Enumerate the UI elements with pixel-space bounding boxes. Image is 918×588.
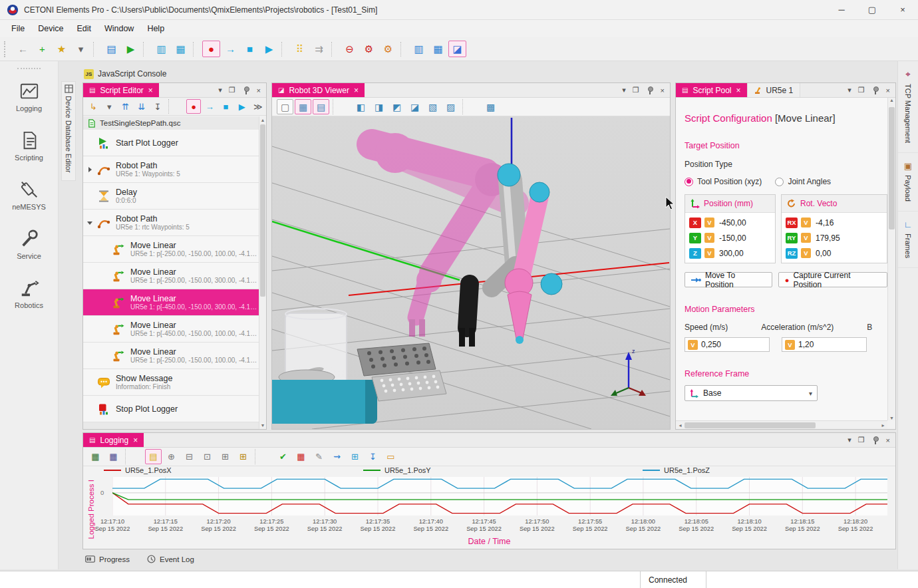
chevron-icon[interactable] [100,343,110,368]
toolbar-icon-skip-steps[interactable]: ⇉ [310,41,328,57]
scrollbar-thumb[interactable] [889,107,895,229]
close-tab-icon[interactable]: × [133,436,138,445]
toolbar-icon-add-device[interactable]: + [33,41,51,57]
sidebar-item-service[interactable]: Service [0,220,58,269]
acceleration-input[interactable]: V 1,20 [782,337,867,352]
scroll-down-icon[interactable]: ▼ [888,416,895,420]
axis-value[interactable]: 179,95 [816,233,840,243]
menu-item[interactable]: Window [98,22,140,35]
close-panel-icon[interactable]: × [886,436,890,444]
time-series-plot[interactable] [112,477,887,515]
toolbar-icon-script-stop[interactable]: ■ [218,99,233,114]
toolbar-icon-add-function-caret[interactable]: ▾ [102,99,116,114]
script-step-row[interactable]: Stop Plot Logger [83,396,259,422]
script-step-row[interactable]: Move Linear UR5e 1: p[-450.00, -150.00, … [83,289,259,316]
toolbar-icon-single-step-mode[interactable]: ⠿ [291,41,309,57]
toolbar-icon-script-stop[interactable]: ■ [241,41,259,57]
close-tab-icon[interactable]: × [148,86,153,95]
logging-toolbar-icon-fit-page[interactable]: ⊞ [217,449,233,464]
sidebar-drag-handle[interactable] [17,63,41,69]
toolbar-icon-script-continue[interactable]: → [202,99,217,114]
axis-value-row[interactable]: RX V -4,16 [786,215,883,230]
pin-panel-icon[interactable] [871,436,879,444]
script-step-row[interactable]: Move Linear UR5e 1: p[-250.00, -150.00, … [83,343,259,369]
axis-value-row[interactable]: Z V 300,00 [689,245,771,261]
toolbar-icon-new-script[interactable]: ▤ [102,41,120,57]
menu-item[interactable]: File [5,22,31,35]
chevron-icon[interactable] [100,263,110,289]
logging-toolbar-icon-export-data[interactable]: ▦ [87,449,104,464]
scroll-right-icon[interactable]: ▸ [879,422,887,428]
axis-value-row[interactable]: RY V 179,95 [786,230,883,245]
logging-toolbar-icon[interactable] [125,449,142,464]
legend-posx[interactable]: UR5e_1.PosX [104,466,172,474]
event-log-tab[interactable]: Event Log [147,555,194,563]
maximize-button[interactable]: ▢ [857,0,887,20]
script-step-row[interactable]: Move Linear UR5e 1: p[-250.00, -150.00, … [83,263,259,289]
toolbar-icon[interactable] [193,42,199,57]
legend-posy[interactable]: UR5e_1.PosY [363,466,431,474]
tcp-management-tab[interactable]: ⌖ TCP Management [898,61,918,153]
axis-value[interactable]: -150,00 [719,233,746,243]
toolbar-icon-save-script[interactable]: ↧ [150,99,165,114]
script-step-row[interactable]: Move Linear UR5e 1: p[-250.00, -150.00, … [83,236,259,263]
device-database-editor-tab[interactable]: Device Database Editor [61,81,76,181]
toolbar-icon-overflow[interactable]: ≫ [251,99,265,114]
script-step-row[interactable]: Robot Path UR5e 1: rtc Waypoints: 5 [83,210,259,236]
toolbar-icon[interactable] [281,42,287,57]
tool-position-radio[interactable] [685,178,693,186]
chevron-icon[interactable] [86,369,95,395]
toolbar-icon-tile-columns-1[interactable]: ▥ [410,41,428,57]
chevron-icon[interactable] [100,289,110,315]
close-tab-icon[interactable]: × [736,86,740,95]
pin-panel-icon[interactable] [646,86,654,94]
chevron-icon[interactable] [86,130,95,156]
logging-toolbar-icon-fit-horizontal[interactable]: ⊟ [181,449,198,464]
chevron-icon[interactable] [100,316,110,342]
logging-toolbar-icon-zoom[interactable]: ⊕ [163,449,180,464]
frames-tab[interactable]: ∟ Frames [898,212,918,268]
toolbar-icon-add-function[interactable]: ↳ [86,99,100,114]
toolbar-icon-favorites-caret[interactable]: ▾ [72,41,90,57]
logging-toolbar-icon[interactable] [255,449,271,464]
menu-item[interactable]: Edit [71,22,97,35]
viewer-toolbar-icon-view-front[interactable]: ◧ [353,99,369,114]
scroll-up-icon[interactable]: ▲ [259,116,266,124]
scrollbar-thumb[interactable] [260,124,265,297]
viewer-toolbar-icon-view-right[interactable]: ◪ [406,99,423,114]
panel-menu-icon[interactable]: ▾ [847,436,851,444]
move-to-position-button[interactable]: Move To Position [685,272,772,287]
logging-toolbar-icon-assign-curve[interactable]: ⇝ [329,449,345,464]
pin-panel-icon[interactable] [242,86,250,94]
close-panel-icon[interactable]: × [661,86,665,94]
pin-panel-icon[interactable] [871,86,879,94]
script-step-row[interactable]: Robot Path UR5e 1: Waypoints: 5 [83,156,259,183]
viewer-toolbar-icon-pan-view[interactable]: ▦ [295,99,311,114]
axis-value-row[interactable]: X V -450,00 [689,215,771,230]
viewer-toolbar-icon-show-grid[interactable]: ▤ [313,99,329,114]
toolbar-icon[interactable] [331,42,337,57]
menu-item[interactable]: Help [141,22,170,35]
script-pool-tab[interactable]: ▤ Script Pool × [676,83,747,97]
capture-current-position-button[interactable]: ● Capture Current Position [778,272,887,287]
logging-toolbar-icon-save-log[interactable]: ↧ [365,449,381,464]
logging-toolbar-icon-add-axis[interactable]: ⊞ [235,449,251,464]
scroll-down-icon[interactable]: ▼ [259,422,266,429]
script-step-row[interactable]: Start Plot Logger [83,130,259,156]
scroll-left-icon[interactable]: ◂ [676,422,685,428]
chevron-icon[interactable] [86,396,95,422]
logging-toolbar-icon-annotations[interactable]: ▤ [145,449,162,464]
chevron-icon[interactable] [86,183,95,209]
minimize-button[interactable]: ─ [826,0,857,20]
toolbar-drag-handle[interactable] [4,41,9,57]
joint-angles-radio-label[interactable]: Joint Angles [788,177,831,186]
toolbar-icon-add-function[interactable]: ⚙ [379,41,397,57]
script-editor-tab[interactable]: ▤ Script Editor × [83,83,159,97]
close-button[interactable]: × [887,0,918,20]
logging-toolbar-icon-fit-vertical[interactable]: ⊡ [199,449,216,464]
robot-3d-viewer-tab[interactable]: ◪ Robot 3D Viewer × [272,83,365,97]
scrollbar-thumb[interactable] [685,422,816,428]
toolbar-icon[interactable] [143,42,149,57]
script-file-row[interactable]: TestSingleStepPath.qsc [83,116,259,130]
payload-tab[interactable]: ▣ Payload [898,153,918,212]
